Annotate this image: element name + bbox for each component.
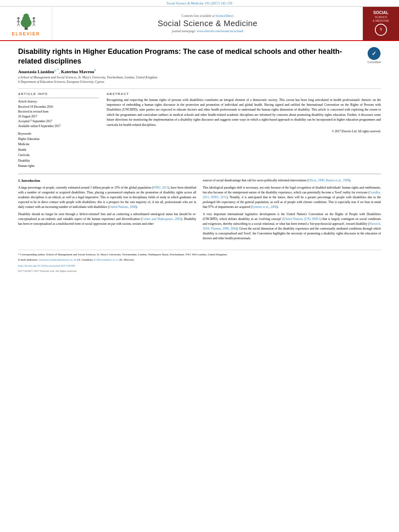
ref-who-2011-1[interactable]: WHO, 2011: [153, 186, 168, 189]
journal-title: Social Science & Medicine: [158, 19, 257, 28]
crossmark-badge[interactable]: ✓ CrossMark: [367, 47, 381, 64]
journal-center-info: Contents lists available at ScienceDirec…: [52, 7, 363, 40]
intro-para2: Disability should no longer be seen thro…: [18, 212, 196, 226]
abstract-label: ABSTRACT: [107, 92, 381, 96]
authors-line: Anastasia Liasidoua, *, Katerina Mavroub: [18, 68, 361, 74]
author-b-name: Katerina Mavrou: [61, 69, 95, 74]
ref-goodley-who[interactable]: Goodley, 2011; WHO, 2011: [203, 191, 381, 199]
article-history-block: Article history: Received 19 December 20…: [18, 98, 99, 129]
article-title-text: Disability rights in Higher Education Pr…: [18, 47, 361, 84]
intro-heading: 1. Introduction: [18, 178, 196, 183]
intro-para1: A large percentage of people, currently …: [18, 185, 196, 210]
homepage-line: journal homepage: www.elsevier.com/locat…: [172, 29, 243, 33]
journal-header-bar: Social Science & Medicine 191 (2017) 143…: [0, 0, 399, 6]
received-revised-label: Received in revised form: [18, 109, 99, 114]
keyword-2: Medicine: [18, 142, 99, 147]
article-history-title: Article history:: [18, 100, 99, 103]
keyword-4: Curricula: [18, 152, 99, 158]
author-b-sup: b: [94, 68, 96, 72]
affiliation-a: a School of Management and Social Scienc…: [18, 76, 361, 79]
ref-norwich-thomas[interactable]: Norwich, 2010; Thomas, 1999, 2004: [203, 222, 381, 230]
article-body: 1. Introduction A large percentage of pe…: [18, 174, 381, 244]
ssm-logo-subtitle: SCIENCE: [373, 15, 389, 19]
ref-oliver-barnes[interactable]: Oliver, 1990; Barnes et al., 1999: [309, 179, 349, 182]
accepted-date: Accepted 7 September 2017: [18, 119, 99, 124]
article-title-section: Disability rights in Higher Education Pr…: [18, 47, 381, 84]
abstract-section: ABSTRACT Recognising and respecting the …: [107, 92, 381, 169]
keyword-6: Human rights: [18, 163, 99, 169]
abstract-copyright: © 2017 Elsevier Ltd. All rights reserved…: [107, 129, 381, 133]
sciencedirect-link[interactable]: ScienceDirect: [216, 14, 234, 18]
elsevier-tree-icon: [14, 11, 38, 31]
keyword-5: Disability: [18, 158, 99, 164]
ssm-logo-sub2: & MEDICINE: [373, 19, 389, 23]
ref-un-2008b[interactable]: United Nations (UN) 2008:1: [284, 217, 320, 221]
right-para3: A very important international legislati…: [203, 212, 381, 241]
crossmark-label: CrossMark: [367, 61, 381, 64]
doi-line[interactable]: http://dx.doi.org/10.1016/j.socscimed.20…: [18, 264, 381, 268]
abstract-body: Recognising and respecting the human rig…: [107, 98, 381, 127]
keywords-title: Keywords:: [18, 132, 99, 136]
footnote-corresponding: * Corresponding author. School of Manage…: [18, 253, 381, 257]
received-date: Received 19 December 2016: [18, 105, 99, 109]
author-a-sup: a, *: [54, 68, 59, 72]
crossmark-icon: ✓: [368, 47, 380, 60]
email-a-name: (A. Liasidou),: [77, 258, 93, 261]
elsevier-logo-container: ELSEVIER: [0, 7, 52, 40]
article-content: Disability rights in Higher Education Pr…: [0, 41, 399, 277]
ssm-logo: SOCIAL SCIENCE & MEDICINE ⚕: [373, 10, 389, 37]
svg-line-15: [34, 23, 35, 26]
elsevier-wordmark: ELSEVIER: [12, 31, 40, 36]
keyword-3: Health: [18, 147, 99, 153]
revised-date: 26 August 2017: [18, 114, 99, 119]
svg-point-10: [33, 17, 35, 19]
journal-banner: ELSEVIER Contents lists available at Sci…: [0, 6, 399, 41]
article-info-grid: ARTICLE INFO Article history: Received 1…: [18, 88, 381, 169]
ssm-icon: ⚕: [375, 24, 387, 36]
ssm-logo-title: SOCIAL: [373, 10, 389, 15]
keyword-1: Higher Education: [18, 136, 99, 142]
elsevier-logo: ELSEVIER: [12, 11, 40, 36]
journal-ref: Social Science & Medicine 191 (2017) 143…: [0, 2, 399, 5]
footnote-email: E-mail addresses: anastasia.liasidou@stm…: [18, 258, 381, 262]
svg-line-9: [18, 23, 19, 26]
svg-point-4: [17, 17, 19, 19]
ssm-logo-container: SOCIAL SCIENCE & MEDICINE ⚕: [363, 7, 399, 40]
article-info-label: ARTICLE INFO: [18, 92, 99, 96]
ref-symons[interactable]: Symons et al., 2009: [252, 205, 277, 209]
ref-corker-shakespeare[interactable]: Corker and Shakespeare, 2002: [142, 217, 181, 221]
article-title: Disability rights in Higher Education Pr…: [18, 47, 361, 66]
issn-line: 0277-9536/© 2017 Elsevier Ltd. All right…: [18, 269, 381, 273]
ref-un-2008[interactable]: United Nations, 2008: [109, 205, 136, 209]
email-label: E-mail addresses:: [18, 258, 38, 261]
available-date: Available online 8 September 2017: [18, 124, 99, 129]
article-info-left: ARTICLE INFO Article history: Received 1…: [18, 92, 99, 169]
right-para2: This ideological paradigm shift is neces…: [203, 185, 381, 210]
homepage-url[interactable]: www.elsevier.com/locate/socscimed: [197, 29, 243, 33]
affiliation-b: b Department of Education Sciences, Euro…: [18, 80, 361, 84]
svg-line-14: [33, 23, 34, 26]
author-a-name: Anastasia Liasidou: [18, 69, 54, 74]
email-b-name: (K. Mavrou).: [119, 258, 134, 261]
email-b-link[interactable]: K.Mavrou@euc.ac.cy: [94, 258, 118, 261]
keywords-section: Keywords: Higher Education Medicine Heal…: [18, 132, 99, 169]
right-para1: sources of social disadvantage that call…: [203, 178, 381, 183]
footnote-area: * Corresponding author. School of Manage…: [18, 250, 381, 273]
email-a-link[interactable]: anastasia.liasidou@stmarys.ac.uk: [39, 258, 76, 261]
contents-line: Contents lists available at ScienceDirec…: [182, 14, 234, 18]
svg-point-3: [23, 13, 29, 18]
body-col-right: sources of social disadvantage that call…: [203, 178, 381, 244]
body-col-left: 1. Introduction A large percentage of pe…: [18, 178, 196, 244]
svg-line-8: [17, 23, 18, 26]
